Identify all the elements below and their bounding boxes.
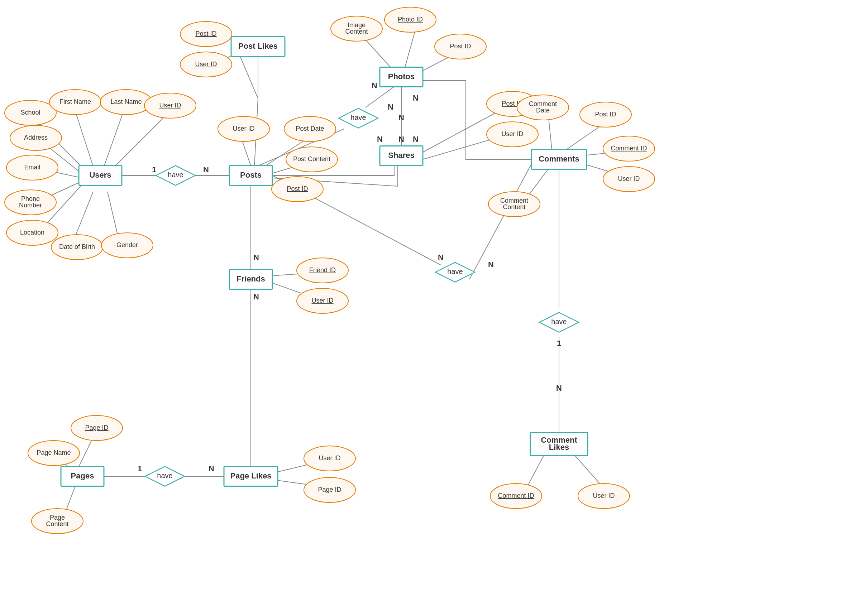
- svg-text:1: 1: [557, 339, 561, 348]
- svg-line-2: [104, 111, 124, 166]
- svg-text:Post ID: Post ID: [595, 111, 616, 118]
- entity-users: Users: [79, 166, 122, 185]
- attr-friends-friend-id: Friend ID: [297, 258, 348, 283]
- svg-text:1: 1: [152, 165, 156, 174]
- attr-users-address: Address: [10, 125, 62, 150]
- entity-pages: Pages: [61, 467, 104, 486]
- svg-text:Page ID: Page ID: [85, 424, 108, 431]
- svg-text:Content: Content: [503, 204, 525, 211]
- svg-text:Gender: Gender: [116, 241, 138, 249]
- svg-line-3: [115, 113, 168, 166]
- svg-text:Comment ID: Comment ID: [498, 492, 534, 499]
- svg-text:Page: Page: [50, 514, 65, 521]
- entity-posts: Posts: [229, 166, 272, 185]
- svg-text:Post ID: Post ID: [195, 30, 217, 37]
- attr-comment_likes-user-id: User ID: [578, 483, 629, 509]
- attr-post_likes-user-id: User ID: [180, 52, 232, 77]
- attr-posts-post-content: Post Content: [286, 147, 337, 172]
- svg-text:User ID: User ID: [311, 297, 333, 304]
- svg-text:N: N: [488, 260, 494, 269]
- attr-comments-comment-id: Comment ID: [603, 136, 655, 161]
- attr-pages-page-id: Page ID: [71, 415, 122, 440]
- svg-text:User ID: User ID: [618, 175, 640, 182]
- svg-text:Photo ID: Photo ID: [398, 16, 423, 23]
- svg-text:Pages: Pages: [71, 471, 94, 480]
- attr-photos-post-id: Post ID: [435, 34, 486, 59]
- attr-comments-comment-content: CommentContent: [488, 191, 540, 217]
- svg-text:Page Likes: Page Likes: [231, 471, 271, 480]
- svg-text:Friends: Friends: [237, 274, 265, 283]
- attr-users-phone-number: PhoneNumber: [5, 190, 56, 215]
- svg-text:Posts: Posts: [240, 171, 262, 179]
- svg-text:have: have: [157, 472, 173, 480]
- svg-text:User ID: User ID: [159, 102, 181, 109]
- attr-shares-user-id: User ID: [486, 122, 538, 147]
- svg-text:Date: Date: [536, 107, 550, 114]
- attr-photos-image-content: ImageContent: [331, 16, 382, 41]
- attr-comments-user-id: User ID: [603, 166, 655, 191]
- attr-users-last-name: Last Name: [100, 89, 152, 114]
- svg-text:Comment: Comment: [529, 100, 557, 107]
- entity-page_likes: Page Likes: [224, 467, 278, 486]
- attr-page_likes-page-id: Page ID: [304, 477, 355, 503]
- svg-text:N: N: [399, 113, 404, 122]
- svg-text:User ID: User ID: [501, 130, 523, 138]
- svg-text:Phone: Phone: [21, 195, 40, 202]
- svg-line-25: [469, 159, 534, 279]
- svg-text:User ID: User ID: [319, 455, 341, 462]
- attr-comments-post-id: Post ID: [580, 102, 631, 127]
- svg-text:Email: Email: [24, 164, 40, 171]
- attr-users-email: Email: [6, 155, 58, 180]
- entity-shares: Shares: [380, 146, 423, 166]
- svg-text:have: have: [551, 318, 567, 326]
- svg-line-1: [75, 111, 93, 166]
- entity-comment_likes: CommentLikes: [530, 433, 588, 456]
- attr-users-location: Location: [6, 220, 58, 245]
- svg-text:have: have: [350, 113, 366, 121]
- er-diagram-svg: UsersPostsPhotosSharesCommentsCommentLik…: [0, 0, 860, 616]
- svg-text:N: N: [209, 464, 214, 473]
- svg-text:Page Name: Page Name: [36, 449, 71, 456]
- svg-text:Post Content: Post Content: [293, 155, 330, 163]
- svg-text:Photos: Photos: [388, 72, 415, 81]
- svg-text:Likes: Likes: [549, 443, 569, 451]
- svg-text:N: N: [253, 292, 259, 301]
- svg-text:Comment: Comment: [500, 197, 528, 204]
- attr-comment_likes-comment-id: Comment ID: [490, 483, 542, 509]
- svg-text:N: N: [413, 94, 419, 102]
- svg-text:Comment ID: Comment ID: [610, 145, 647, 152]
- svg-text:User ID: User ID: [195, 61, 217, 68]
- entity-photos: Photos: [380, 67, 423, 87]
- svg-text:N: N: [438, 253, 444, 262]
- er-diagram: UsersPostsPhotosSharesCommentsCommentLik…: [0, 0, 860, 616]
- svg-text:Address: Address: [24, 134, 48, 141]
- rel-users_have_comments: have: [435, 263, 475, 282]
- svg-text:N: N: [253, 253, 259, 262]
- svg-text:Image: Image: [348, 22, 366, 29]
- svg-text:N: N: [372, 81, 377, 90]
- svg-text:Users: Users: [89, 171, 111, 179]
- svg-text:First Name: First Name: [60, 98, 91, 105]
- rel-users_have_posts: have: [156, 166, 195, 185]
- attr-comments-comment-date: CommentDate: [517, 95, 569, 120]
- svg-text:N: N: [413, 135, 419, 144]
- svg-text:Post Likes: Post Likes: [238, 42, 278, 50]
- svg-text:Post ID: Post ID: [450, 42, 471, 50]
- svg-text:N: N: [203, 165, 209, 174]
- attr-users-user-id: User ID: [144, 93, 196, 118]
- rel-comments_have_likes: have: [539, 313, 579, 332]
- entity-friends: Friends: [229, 270, 272, 289]
- svg-text:N: N: [556, 384, 562, 392]
- svg-text:Location: Location: [20, 229, 44, 236]
- attr-friends-user-id: User ID: [297, 288, 348, 313]
- attr-page_likes-user-id: User ID: [304, 446, 355, 471]
- svg-text:User ID: User ID: [593, 492, 615, 499]
- svg-text:Comments: Comments: [538, 154, 579, 163]
- attr-pages-page-content: PageContent: [31, 509, 83, 534]
- svg-text:Friend ID: Friend ID: [309, 266, 336, 274]
- attr-posts-user-id: User ID: [218, 116, 270, 141]
- attr-posts-post-id: Post ID: [271, 177, 323, 202]
- attr-photos-photo-id: Photo ID: [384, 7, 436, 32]
- entity-comments: Comments: [531, 150, 587, 169]
- rel-posts_have_photos: have: [339, 108, 378, 128]
